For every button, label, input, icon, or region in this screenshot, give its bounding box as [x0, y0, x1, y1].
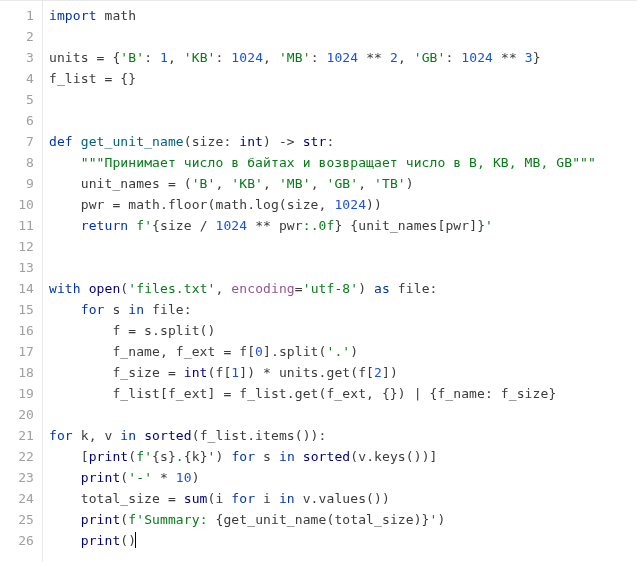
text-caret — [135, 532, 136, 548]
token-txt: s — [263, 449, 279, 464]
token-kw: for — [81, 302, 113, 317]
line-number: 12 — [0, 236, 34, 257]
token-txt: f_size = — [49, 365, 184, 380]
token-txt: , — [358, 176, 374, 191]
code-line[interactable]: total_size = sum(i for i in v.values()) — [49, 488, 637, 509]
token-str: """Принимает число в байтах и возвращает… — [81, 155, 596, 170]
token-kw: in — [128, 302, 152, 317]
token-txt: {k} — [184, 449, 208, 464]
token-txt: = — [295, 281, 303, 296]
token-str: 'TB' — [374, 176, 406, 191]
token-num: 3 — [525, 50, 533, 65]
code-line[interactable] — [49, 26, 637, 47]
token-txt — [49, 512, 81, 527]
token-num: 1024 — [461, 50, 493, 65]
token-self: encoding — [231, 281, 294, 296]
token-txt — [49, 302, 81, 317]
token-txt: , — [263, 176, 279, 191]
code-line[interactable] — [49, 257, 637, 278]
token-txt: ) — [437, 512, 445, 527]
token-txt: v.values()) — [303, 491, 390, 506]
code-editor[interactable]: 1234567891011121314151617181920212223242… — [0, 0, 637, 562]
line-number: 4 — [0, 68, 34, 89]
code-line[interactable]: f_list[f_ext] = f_list.get(f_ext, {}) | … — [49, 383, 637, 404]
token-txt: pwr = math.floor(math.log(size, — [49, 197, 334, 212]
line-number: 6 — [0, 110, 34, 131]
code-line[interactable]: for s in file: — [49, 299, 637, 320]
line-number: 7 — [0, 131, 34, 152]
line-number: 14 — [0, 278, 34, 299]
code-line[interactable]: pwr = math.floor(math.log(size, 1024)) — [49, 194, 637, 215]
token-num: 10 — [176, 470, 192, 485]
token-kw: def — [49, 134, 81, 149]
token-str: 'B' — [192, 176, 216, 191]
token-kw: return — [81, 218, 137, 233]
code-line[interactable] — [49, 404, 637, 425]
code-area[interactable]: import mathunits = {'B': 1, 'KB': 1024, … — [43, 1, 637, 562]
token-txt: ** pwr — [247, 218, 303, 233]
token-txt: [ — [49, 449, 89, 464]
line-number: 5 — [0, 89, 34, 110]
token-txt: unit_names = ( — [49, 176, 192, 191]
code-line[interactable] — [49, 236, 637, 257]
code-line[interactable]: f_list = {} — [49, 68, 637, 89]
code-line[interactable]: import math — [49, 5, 637, 26]
code-line[interactable]: print() — [49, 530, 637, 551]
token-txt — [49, 155, 81, 170]
token-txt: ].split( — [263, 344, 326, 359]
token-num: 1024 — [334, 197, 366, 212]
token-num: 1024 — [327, 50, 359, 65]
token-txt: ) -> — [263, 134, 303, 149]
code-line[interactable] — [49, 89, 637, 110]
line-number: 13 — [0, 257, 34, 278]
token-str: 'utf-8' — [303, 281, 359, 296]
token-kw: as — [374, 281, 398, 296]
line-number: 11 — [0, 215, 34, 236]
token-str: ' — [208, 449, 216, 464]
token-builtin: int — [239, 134, 263, 149]
code-line[interactable]: print('-' * 10) — [49, 467, 637, 488]
token-txt: (f_list.items()): — [192, 428, 327, 443]
token-txt: ) — [358, 281, 374, 296]
line-number: 21 — [0, 425, 34, 446]
token-txt: , — [215, 176, 231, 191]
token-txt: , — [263, 50, 279, 65]
line-number: 10 — [0, 194, 34, 215]
token-str: 'GB' — [326, 176, 358, 191]
code-line[interactable]: print(f'Summary: {get_unit_name(total_si… — [49, 509, 637, 530]
token-kw: in — [279, 449, 303, 464]
code-line[interactable]: [print(f'{s}.{k}') for s in sorted(v.key… — [49, 446, 637, 467]
code-line[interactable]: units = {'B': 1, 'KB': 1024, 'MB': 1024 … — [49, 47, 637, 68]
code-line[interactable]: for k, v in sorted(f_list.items()): — [49, 425, 637, 446]
token-txt — [49, 218, 81, 233]
token-txt: (i — [208, 491, 232, 506]
token-txt: (size: — [184, 134, 240, 149]
token-txt: math — [97, 8, 137, 23]
code-line[interactable] — [49, 110, 637, 131]
token-txt — [49, 470, 81, 485]
token-kw: with — [49, 281, 89, 296]
code-line[interactable]: f = s.split() — [49, 320, 637, 341]
code-line[interactable]: unit_names = ('B', 'KB', 'MB', 'GB', 'TB… — [49, 173, 637, 194]
token-txt: total_size = — [49, 491, 184, 506]
code-line[interactable]: f_size = int(f[1]) * units.get(f[2]) — [49, 362, 637, 383]
token-txt: , — [398, 50, 414, 65]
token-txt: file: — [152, 302, 192, 317]
code-line[interactable]: def get_unit_name(size: int) -> str: — [49, 131, 637, 152]
token-txt: f = s.split() — [49, 323, 215, 338]
code-line[interactable]: return f'{size / 1024 ** pwr:.0f} {unit_… — [49, 215, 637, 236]
token-kw: for — [231, 449, 263, 464]
token-txt: k, v — [81, 428, 121, 443]
token-txt: f_list = {} — [49, 71, 136, 86]
code-line[interactable]: with open('files.txt', encoding='utf-8')… — [49, 278, 637, 299]
code-line[interactable]: """Принимает число в байтах и возвращает… — [49, 152, 637, 173]
token-kw: for — [49, 428, 81, 443]
line-number: 2 — [0, 26, 34, 47]
token-txt: * — [152, 470, 176, 485]
token-builtin: print — [81, 533, 121, 548]
code-line[interactable]: f_name, f_ext = f[0].split('.') — [49, 341, 637, 362]
line-number: 20 — [0, 404, 34, 425]
token-str: 'MB' — [279, 176, 311, 191]
token-builtin: sorted — [144, 428, 192, 443]
token-txt: {size / — [152, 218, 215, 233]
